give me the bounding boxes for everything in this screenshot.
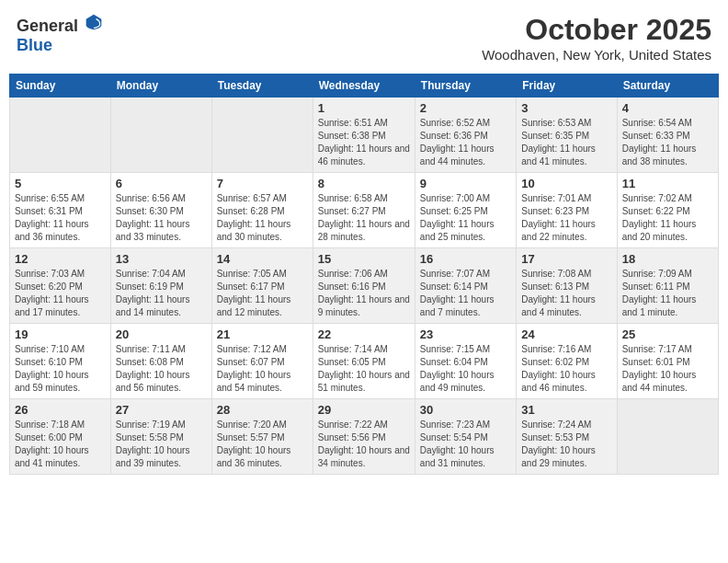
calendar-cell — [110, 98, 211, 173]
day-number: 25 — [622, 327, 713, 341]
calendar-cell: 4Sunrise: 6:54 AM Sunset: 6:33 PM Daylig… — [617, 98, 718, 173]
day-number: 30 — [420, 403, 511, 417]
day-number: 14 — [217, 252, 308, 266]
day-info: Sunrise: 7:12 AM Sunset: 6:07 PM Dayligh… — [217, 343, 308, 395]
day-info: Sunrise: 7:19 AM Sunset: 5:58 PM Dayligh… — [116, 419, 207, 470]
calendar-cell: 20Sunrise: 7:11 AM Sunset: 6:08 PM Dayli… — [110, 324, 211, 399]
calendar-cell: 12Sunrise: 7:03 AM Sunset: 6:20 PM Dayli… — [10, 248, 111, 324]
day-info: Sunrise: 7:02 AM Sunset: 6:22 PM Dayligh… — [622, 192, 713, 244]
day-info: Sunrise: 6:52 AM Sunset: 6:36 PM Dayligh… — [420, 117, 511, 168]
calendar-cell: 6Sunrise: 6:56 AM Sunset: 6:30 PM Daylig… — [110, 173, 211, 248]
calendar-cell: 31Sunrise: 7:24 AM Sunset: 5:53 PM Dayli… — [517, 399, 617, 475]
calendar-cell: 30Sunrise: 7:23 AM Sunset: 5:54 PM Dayli… — [415, 399, 516, 475]
day-number: 18 — [622, 252, 713, 266]
day-info: Sunrise: 6:58 AM Sunset: 6:27 PM Dayligh… — [318, 192, 410, 244]
logo-blue: Blue — [17, 36, 52, 54]
day-number: 3 — [521, 101, 611, 115]
calendar-cell: 3Sunrise: 6:53 AM Sunset: 6:35 PM Daylig… — [517, 98, 617, 173]
calendar-cell: 5Sunrise: 6:55 AM Sunset: 6:31 PM Daylig… — [10, 173, 111, 248]
calendar-cell: 25Sunrise: 7:17 AM Sunset: 6:01 PM Dayli… — [617, 324, 718, 399]
day-header-wednesday: Wednesday — [313, 75, 415, 98]
day-header-thursday: Thursday — [415, 75, 516, 98]
day-info: Sunrise: 7:10 AM Sunset: 6:10 PM Dayligh… — [15, 343, 106, 395]
day-info: Sunrise: 6:55 AM Sunset: 6:31 PM Dayligh… — [15, 192, 106, 244]
day-info: Sunrise: 7:03 AM Sunset: 6:20 PM Dayligh… — [15, 268, 106, 319]
day-info: Sunrise: 6:54 AM Sunset: 6:33 PM Dayligh… — [622, 117, 713, 168]
day-info: Sunrise: 7:04 AM Sunset: 6:19 PM Dayligh… — [116, 268, 207, 319]
day-info: Sunrise: 7:24 AM Sunset: 5:53 PM Dayligh… — [521, 419, 611, 470]
day-number: 8 — [318, 177, 410, 190]
day-info: Sunrise: 7:23 AM Sunset: 5:54 PM Dayligh… — [420, 419, 511, 470]
calendar-cell: 29Sunrise: 7:22 AM Sunset: 5:56 PM Dayli… — [313, 399, 415, 475]
day-header-tuesday: Tuesday — [211, 75, 313, 98]
day-info: Sunrise: 6:53 AM Sunset: 6:35 PM Dayligh… — [521, 117, 611, 168]
day-number: 12 — [15, 252, 106, 266]
day-info: Sunrise: 7:11 AM Sunset: 6:08 PM Dayligh… — [116, 343, 207, 395]
month-title: October 2025 — [482, 13, 711, 47]
day-number: 27 — [116, 403, 207, 417]
day-info: Sunrise: 7:15 AM Sunset: 6:04 PM Dayligh… — [420, 343, 511, 395]
day-number: 29 — [318, 403, 410, 417]
day-info: Sunrise: 7:14 AM Sunset: 6:05 PM Dayligh… — [318, 343, 410, 395]
calendar-cell: 14Sunrise: 7:05 AM Sunset: 6:17 PM Dayli… — [211, 248, 313, 324]
calendar-cell: 15Sunrise: 7:06 AM Sunset: 6:16 PM Dayli… — [313, 248, 415, 324]
calendar-cell: 7Sunrise: 6:57 AM Sunset: 6:28 PM Daylig… — [211, 173, 313, 248]
day-info: Sunrise: 7:20 AM Sunset: 5:57 PM Dayligh… — [217, 419, 308, 470]
calendar-cell: 17Sunrise: 7:08 AM Sunset: 6:13 PM Dayli… — [517, 248, 617, 324]
calendar-cell: 28Sunrise: 7:20 AM Sunset: 5:57 PM Dayli… — [211, 399, 313, 475]
day-number: 10 — [521, 177, 611, 190]
calendar-cell: 1Sunrise: 6:51 AM Sunset: 6:38 PM Daylig… — [313, 98, 415, 173]
calendar-cell: 18Sunrise: 7:09 AM Sunset: 6:11 PM Dayli… — [617, 248, 718, 324]
day-info: Sunrise: 7:18 AM Sunset: 6:00 PM Dayligh… — [15, 419, 106, 470]
calendar-cell: 22Sunrise: 7:14 AM Sunset: 6:05 PM Dayli… — [313, 324, 415, 399]
day-info: Sunrise: 7:22 AM Sunset: 5:56 PM Dayligh… — [318, 419, 410, 470]
day-info: Sunrise: 7:00 AM Sunset: 6:25 PM Dayligh… — [420, 192, 511, 244]
day-info: Sunrise: 7:07 AM Sunset: 6:14 PM Dayligh… — [420, 268, 511, 319]
calendar-cell: 13Sunrise: 7:04 AM Sunset: 6:19 PM Dayli… — [110, 248, 211, 324]
day-number: 20 — [116, 327, 207, 341]
day-header-sunday: Sunday — [10, 75, 111, 98]
calendar-cell: 23Sunrise: 7:15 AM Sunset: 6:04 PM Dayli… — [415, 324, 516, 399]
day-info: Sunrise: 6:56 AM Sunset: 6:30 PM Dayligh… — [116, 192, 207, 244]
calendar-cell — [10, 98, 111, 173]
day-number: 2 — [420, 101, 511, 115]
day-header-monday: Monday — [110, 75, 211, 98]
day-number: 13 — [116, 252, 207, 266]
calendar-week-row: 5Sunrise: 6:55 AM Sunset: 6:31 PM Daylig… — [10, 173, 719, 248]
day-number: 7 — [217, 177, 308, 190]
day-number: 15 — [318, 252, 410, 266]
calendar-week-row: 19Sunrise: 7:10 AM Sunset: 6:10 PM Dayli… — [10, 324, 719, 399]
day-info: Sunrise: 7:06 AM Sunset: 6:16 PM Dayligh… — [318, 268, 410, 319]
calendar-cell — [617, 399, 718, 475]
day-number: 26 — [15, 403, 106, 417]
calendar-cell: 19Sunrise: 7:10 AM Sunset: 6:10 PM Dayli… — [10, 324, 111, 399]
calendar-cell: 11Sunrise: 7:02 AM Sunset: 6:22 PM Dayli… — [617, 173, 718, 248]
logo-general: General — [17, 17, 78, 35]
day-info: Sunrise: 7:05 AM Sunset: 6:17 PM Dayligh… — [217, 268, 308, 319]
day-info: Sunrise: 6:51 AM Sunset: 6:38 PM Dayligh… — [318, 117, 410, 168]
day-info: Sunrise: 7:08 AM Sunset: 6:13 PM Dayligh… — [521, 268, 611, 319]
day-number: 24 — [521, 327, 611, 341]
day-info: Sunrise: 6:57 AM Sunset: 6:28 PM Dayligh… — [217, 192, 308, 244]
calendar-cell: 27Sunrise: 7:19 AM Sunset: 5:58 PM Dayli… — [110, 399, 211, 475]
calendar-week-row: 12Sunrise: 7:03 AM Sunset: 6:20 PM Dayli… — [10, 248, 719, 324]
day-number: 28 — [217, 403, 308, 417]
day-number: 5 — [15, 177, 106, 190]
calendar-cell: 21Sunrise: 7:12 AM Sunset: 6:07 PM Dayli… — [211, 324, 313, 399]
calendar-table: SundayMondayTuesdayWednesdayThursdayFrid… — [9, 74, 719, 475]
day-number: 11 — [622, 177, 713, 190]
day-info: Sunrise: 7:01 AM Sunset: 6:23 PM Dayligh… — [521, 192, 611, 244]
day-number: 1 — [318, 101, 410, 115]
logo: General Blue — [17, 13, 103, 55]
day-number: 9 — [420, 177, 511, 190]
calendar-cell: 8Sunrise: 6:58 AM Sunset: 6:27 PM Daylig… — [313, 173, 415, 248]
day-header-saturday: Saturday — [617, 75, 718, 98]
title-block: October 2025 Woodhaven, New York, United… — [482, 13, 711, 63]
calendar-cell: 16Sunrise: 7:07 AM Sunset: 6:14 PM Dayli… — [415, 248, 516, 324]
day-number: 23 — [420, 327, 511, 341]
day-info: Sunrise: 7:09 AM Sunset: 6:11 PM Dayligh… — [622, 268, 713, 319]
day-number: 4 — [622, 101, 713, 115]
calendar-cell: 10Sunrise: 7:01 AM Sunset: 6:23 PM Dayli… — [517, 173, 617, 248]
calendar-cell: 24Sunrise: 7:16 AM Sunset: 6:02 PM Dayli… — [517, 324, 617, 399]
logo-icon — [85, 13, 103, 31]
